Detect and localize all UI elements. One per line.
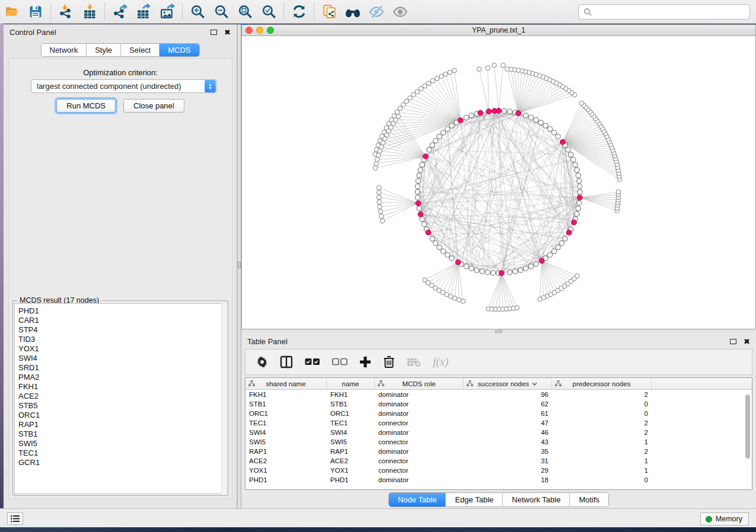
leaf-node[interactable] xyxy=(401,102,406,107)
network-node[interactable] xyxy=(573,162,578,167)
tab-node-table[interactable]: Node Table xyxy=(389,493,446,507)
mcds-node[interactable] xyxy=(418,211,423,217)
network-node[interactable] xyxy=(417,173,422,178)
network-node[interactable] xyxy=(420,162,425,167)
leaf-node[interactable] xyxy=(457,297,461,302)
mcds-node[interactable] xyxy=(516,111,521,116)
network-node[interactable] xyxy=(441,249,445,254)
open-file-icon[interactable] xyxy=(0,2,24,22)
mcds-result-item[interactable]: STB1 xyxy=(18,430,226,439)
network-node[interactable] xyxy=(559,241,564,245)
horizontal-splitter[interactable] xyxy=(241,329,756,334)
mcds-node[interactable] xyxy=(499,271,504,276)
network-node[interactable] xyxy=(469,266,474,271)
network-node[interactable] xyxy=(430,236,435,241)
close-panel-icon[interactable]: ✖ xyxy=(224,28,231,37)
mcds-result-item[interactable]: FKH1 xyxy=(18,382,226,392)
zoom-out-icon[interactable] xyxy=(209,2,233,22)
network-node[interactable] xyxy=(534,262,538,267)
deselect-all-icon[interactable] xyxy=(332,358,347,366)
leaf-node[interactable] xyxy=(515,306,519,310)
network-node[interactable] xyxy=(422,222,426,226)
export-table-icon[interactable] xyxy=(132,2,155,22)
leaf-node[interactable] xyxy=(419,86,423,91)
tab-select[interactable]: Select xyxy=(121,44,160,56)
network-node[interactable] xyxy=(427,148,432,152)
network-node[interactable] xyxy=(437,245,442,249)
mcds-result-item[interactable]: ACE2 xyxy=(18,392,226,401)
hide-selected-icon[interactable] xyxy=(365,2,388,22)
leaf-node[interactable] xyxy=(426,81,431,86)
search-box[interactable] xyxy=(578,4,750,20)
network-node[interactable] xyxy=(445,127,449,132)
export-image-icon[interactable] xyxy=(155,2,179,22)
leaf-node[interactable] xyxy=(373,166,378,171)
network-node[interactable] xyxy=(508,109,512,114)
mcds-node[interactable] xyxy=(566,230,572,235)
task-history-button[interactable] xyxy=(7,512,23,525)
leaf-node[interactable] xyxy=(398,106,403,111)
mcds-result-item[interactable]: SRD1 xyxy=(18,363,226,373)
mcds-result-item[interactable]: STP4 xyxy=(18,325,226,335)
network-node[interactable] xyxy=(577,201,582,206)
tab-network-table[interactable]: Network Table xyxy=(503,493,570,507)
mcds-result-item[interactable]: STB5 xyxy=(18,401,226,411)
network-node[interactable] xyxy=(534,117,538,122)
network-node[interactable] xyxy=(417,206,422,211)
column-header-shared-name[interactable]: shared name xyxy=(245,378,327,389)
leaf-node[interactable] xyxy=(452,296,457,301)
search-input[interactable] xyxy=(595,8,749,16)
mcds-result-item[interactable]: TID3 xyxy=(18,335,226,344)
splitter-grip[interactable] xyxy=(238,261,241,268)
leaf-node[interactable] xyxy=(378,149,382,153)
network-node[interactable] xyxy=(445,252,449,257)
table-row[interactable]: FKH1FKH1dominator962 xyxy=(245,390,752,399)
leaf-node[interactable] xyxy=(378,209,383,214)
table-row[interactable]: RAP1RAP1dominator352 xyxy=(245,447,752,456)
splitter-grip[interactable] xyxy=(495,330,502,333)
network-node[interactable] xyxy=(449,256,454,261)
mcds-result-item[interactable]: CAR1 xyxy=(18,316,226,325)
network-node[interactable] xyxy=(437,134,442,139)
network-node[interactable] xyxy=(538,120,543,125)
network-node[interactable] xyxy=(416,178,420,183)
network-node[interactable] xyxy=(420,217,425,222)
leaf-node[interactable] xyxy=(452,68,457,73)
network-window-titlebar[interactable]: YPA_prune.txt_1 xyxy=(242,25,755,36)
table-row[interactable]: TEC1TEC1connector472 xyxy=(245,418,752,428)
leaf-node[interactable] xyxy=(376,153,381,158)
search-network-icon[interactable] xyxy=(341,2,365,22)
network-node[interactable] xyxy=(518,268,523,273)
close-panel-icon[interactable]: ✖ xyxy=(744,337,750,346)
add-column-icon[interactable] xyxy=(359,356,371,368)
network-node[interactable] xyxy=(576,173,580,178)
leaf-node[interactable] xyxy=(579,101,584,105)
leaf-node[interactable] xyxy=(486,66,490,70)
leaf-node[interactable] xyxy=(415,89,420,94)
zoom-selected-icon[interactable] xyxy=(257,2,280,22)
leaf-node[interactable] xyxy=(423,84,428,88)
mcds-node[interactable] xyxy=(416,201,421,206)
mcds-node[interactable] xyxy=(426,230,431,235)
run-mcds-button[interactable]: Run MCDS xyxy=(56,99,116,113)
network-node[interactable] xyxy=(415,184,420,189)
table-row[interactable]: SWI4SWI4dominator462 xyxy=(245,428,752,437)
tab-edge-table[interactable]: Edge Table xyxy=(446,493,503,507)
mcds-node[interactable] xyxy=(539,258,544,264)
leaf-node[interactable] xyxy=(501,63,506,68)
leaf-node[interactable] xyxy=(435,76,439,81)
column-header-successor-nodes[interactable]: successor nodes xyxy=(464,378,552,389)
network-node[interactable] xyxy=(547,252,552,257)
table-settings-gear-icon[interactable] xyxy=(256,356,268,368)
network-node[interactable] xyxy=(415,190,420,194)
mcds-result-item[interactable]: PHD1 xyxy=(18,306,226,316)
leaf-node[interactable] xyxy=(377,200,382,204)
show-all-icon[interactable] xyxy=(388,2,412,22)
table-scrollbar[interactable] xyxy=(745,392,751,487)
network-node[interactable] xyxy=(449,123,454,128)
network-node[interactable] xyxy=(577,178,582,183)
table-row[interactable]: ACE2ACE2connector311 xyxy=(245,456,752,466)
leaf-node[interactable] xyxy=(448,70,452,75)
tab-motifs[interactable]: Motifs xyxy=(570,493,608,507)
mcds-node[interactable] xyxy=(458,118,463,123)
